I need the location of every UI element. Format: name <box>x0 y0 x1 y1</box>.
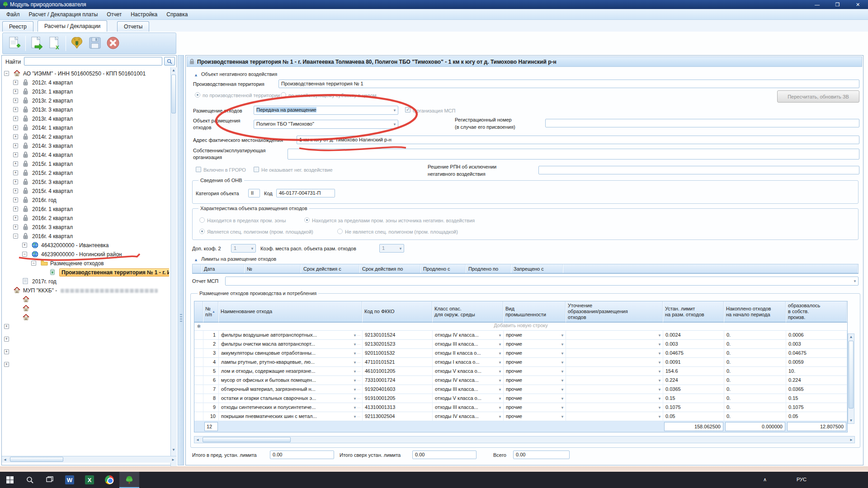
tree-item[interactable]: +2013г. 4 квартал <box>2 114 169 123</box>
industry-cell[interactable]: прочие▼ <box>504 376 566 385</box>
produced-cell[interactable]: 0.224 <box>786 376 847 385</box>
tree-item-hidden[interactable] <box>2 295 169 304</box>
row-marker[interactable] <box>194 403 203 412</box>
limit-cell[interactable]: 0.003 <box>663 340 724 349</box>
expand-icon[interactable]: + <box>4 337 9 342</box>
msp-checkbox[interactable] <box>405 107 410 113</box>
tree-item[interactable]: +2015г. 3 квартал <box>2 178 169 187</box>
save-button[interactable] <box>86 34 104 52</box>
accumulated-cell[interactable]: 0. <box>724 367 786 376</box>
app-taskbar-icon[interactable] <box>119 472 139 488</box>
clarify-cell[interactable]: ▼ <box>566 349 663 358</box>
tree-item[interactable]: Производственная территория № 1 - г. И <box>2 268 169 277</box>
expand-icon[interactable]: + <box>13 143 18 148</box>
clarify-cell[interactable]: ▼ <box>566 376 663 385</box>
row-marker[interactable] <box>194 367 203 376</box>
ellipsis-button[interactable]: … <box>357 396 361 400</box>
fkko-code-cell[interactable]: 91920401603 <box>363 385 433 394</box>
hazard-class-cell[interactable]: отходы I класса о...▼ <box>433 358 504 367</box>
territory-field[interactable]: Производственная территория № 1 <box>278 80 859 88</box>
tree-item[interactable]: −2016г. 4 квартал <box>2 232 169 241</box>
clarify-cell[interactable]: ▼ <box>566 367 663 376</box>
hazard-class-cell[interactable]: отходы III класса...▼ <box>433 340 504 349</box>
expand-icon[interactable]: + <box>13 98 18 103</box>
accumulated-cell[interactable]: 0. <box>724 331 786 340</box>
placement-combo[interactable]: Передача на размещение ▼ <box>254 106 398 115</box>
waste-name-cell[interactable]: остатки и огарки стальных сварочных э...… <box>219 394 363 403</box>
waste-name-cell[interactable]: лом и отходы, содержащие незагрязне...▼… <box>219 367 363 376</box>
industry-cell[interactable]: прочие▼ <box>504 349 566 358</box>
table-vertical-scrollbar[interactable]: ▲ ▼ <box>848 333 854 424</box>
expand-icon[interactable]: + <box>13 80 18 85</box>
tab-реестр[interactable]: Реестр <box>2 21 33 32</box>
row-number[interactable]: 7 <box>203 385 219 394</box>
maximize-button[interactable]: ❐ <box>827 0 848 9</box>
clarify-cell[interactable]: ▼ <box>566 394 663 403</box>
export-document-button[interactable] <box>28 34 46 52</box>
radio-by-territory[interactable] <box>195 92 200 98</box>
ellipsis-button[interactable]: … <box>357 333 361 337</box>
fkko-code-cell[interactable]: 47110101521 <box>363 358 433 367</box>
tree-item[interactable]: +2013г. 1 квартал <box>2 87 169 96</box>
produced-cell[interactable]: 0.003 <box>786 340 847 349</box>
column-header[interactable] <box>194 301 203 323</box>
fkko-code-cell[interactable]: 92011001532 <box>363 349 433 358</box>
hazard-class-cell[interactable]: отходы V класса о...▼ <box>433 394 504 403</box>
groro-checkbox[interactable] <box>196 167 201 172</box>
limit-cell[interactable]: 0.05 <box>663 412 724 421</box>
row-marker[interactable] <box>194 340 203 349</box>
over-limit-field[interactable]: 0.00 <box>412 450 476 459</box>
collapse-arrow-icon[interactable]: ▲ <box>194 258 198 262</box>
produced-cell[interactable]: 0.0365 <box>786 385 847 394</box>
row-number[interactable]: 2 <box>203 340 219 349</box>
fkko-code-cell[interactable]: 91910001205 <box>363 394 433 403</box>
industry-cell[interactable]: прочие▼ <box>504 367 566 376</box>
radio-is-special-polygon[interactable] <box>199 229 205 234</box>
tree-item[interactable]: +2014г. 4 квартал <box>2 150 169 160</box>
expand-icon[interactable]: + <box>13 197 18 202</box>
row-marker[interactable] <box>194 376 203 385</box>
tree-item[interactable]: +2016г. 1 квартал <box>2 205 169 214</box>
rpn-field[interactable] <box>538 166 859 174</box>
accumulated-cell[interactable]: 0. <box>724 340 786 349</box>
row-marker[interactable] <box>194 331 203 340</box>
limits-column-header[interactable]: Запрещено с <box>511 264 563 273</box>
expand-icon[interactable]: + <box>13 206 18 211</box>
within-limit-field[interactable]: 0.00 <box>270 450 334 459</box>
owner-field[interactable] <box>288 149 859 160</box>
waste-name-cell[interactable]: лампы ртутные, ртутно-кварцевые, лю...▼… <box>219 358 363 367</box>
row-number[interactable]: 3 <box>203 349 219 358</box>
tree-item-hidden[interactable]: + <box>2 322 169 331</box>
tree-item[interactable]: +2016г. 2 квартал <box>2 214 169 223</box>
accumulated-cell[interactable]: 0. <box>724 403 786 412</box>
task-view-button[interactable] <box>40 472 60 488</box>
accumulated-cell[interactable]: 0. <box>724 385 786 394</box>
expand-icon[interactable]: + <box>13 170 18 175</box>
row-marker[interactable] <box>194 412 203 421</box>
limits-column-header[interactable]: Продлено по <box>466 264 511 273</box>
accumulated-cell[interactable]: 0. <box>724 412 786 421</box>
column-header[interactable]: Устан. лимит на разм. отходов <box>663 301 724 323</box>
industry-cell[interactable]: прочие▼ <box>504 403 566 412</box>
coef-place-combo[interactable]: 1▼ <box>379 244 404 253</box>
expand-icon[interactable]: + <box>13 152 18 157</box>
tree-item-hidden[interactable]: + <box>2 335 169 344</box>
column-header[interactable]: Накоплено отходов на начало периода <box>724 301 786 323</box>
clarify-cell[interactable]: ▼ <box>566 403 663 412</box>
hazard-class-cell[interactable]: отходы IV класса...▼ <box>433 412 504 421</box>
row-marker[interactable] <box>194 349 203 358</box>
produced-cell[interactable]: 0.05 <box>786 412 847 421</box>
code-field[interactable]: 46-0177-004731-П <box>276 189 335 197</box>
expand-icon[interactable]: + <box>13 216 18 221</box>
limit-cell[interactable]: 0.04675 <box>663 349 724 358</box>
export-excel-button[interactable]: x <box>46 34 64 52</box>
row-number[interactable]: 6 <box>203 376 219 385</box>
expand-icon[interactable]: + <box>13 116 18 121</box>
tree-item[interactable]: +2012г. 4 квартал <box>2 78 169 87</box>
row-number[interactable]: 5 <box>203 367 219 376</box>
ellipsis-button[interactable]: … <box>357 387 361 391</box>
clarify-cell[interactable]: ▼ <box>566 385 663 394</box>
hazard-class-cell[interactable]: отходы V класса о...▼ <box>433 367 504 376</box>
fkko-code-cell[interactable]: 92130101524 <box>363 331 433 340</box>
limits-column-header[interactable]: Срок действия с <box>301 264 360 273</box>
